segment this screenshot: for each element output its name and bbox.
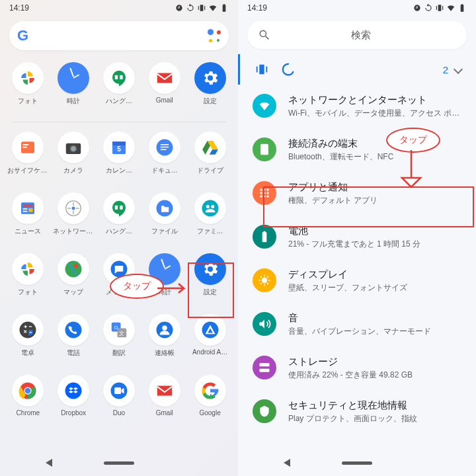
svg-text:5: 5 — [117, 145, 121, 153]
refresh-icon — [424, 3, 433, 13]
svg-rect-46 — [260, 144, 268, 155]
settings2-icon — [194, 253, 226, 285]
app-osaifu[interactable]: おサイフケータイ — [5, 129, 51, 190]
settings-item-network[interactable]: ネットワークとインターネットWi-Fi、モバイル、データ使用量、アクセス ポ… — [238, 85, 476, 128]
battery-icon — [219, 3, 229, 13]
contacts-icon — [149, 314, 180, 346]
vibrate-icon — [197, 3, 206, 13]
app-clock[interactable]: 時計 — [51, 60, 97, 120]
gmail2-icon — [149, 375, 180, 407]
app-messages[interactable]: メッセ… — [97, 251, 142, 311]
chevron-down-icon[interactable] — [454, 65, 463, 74]
svg-point-47 — [260, 188, 262, 190]
apps-icon — [253, 181, 276, 205]
app-clock2[interactable]: 時計 — [141, 251, 187, 311]
app-photos2[interactable]: フォト — [5, 251, 51, 311]
alarm-icon — [413, 3, 422, 13]
assistant-icon[interactable] — [208, 29, 221, 42]
app-calendar[interactable]: 5カレン… — [97, 129, 142, 190]
nettool-icon — [58, 192, 89, 224]
svg-point-27 — [211, 205, 214, 208]
settings-search-bar[interactable]: 検索 — [247, 21, 467, 49]
svg-point-7 — [71, 146, 76, 151]
app-label: Dropbox — [61, 409, 86, 416]
settings-item-subtitle: Play プロテクト、画面ロック、指紋 — [288, 413, 464, 424]
app-label: 翻訳 — [112, 348, 126, 358]
app-label: Gmail — [156, 97, 173, 104]
app-news[interactable]: ニュース — [5, 190, 51, 251]
app-settings[interactable]: 設定 — [187, 60, 233, 120]
svg-rect-1 — [120, 75, 122, 79]
vibrate-icon — [255, 62, 269, 77]
storage-icon — [253, 356, 276, 379]
app-nettool[interactable]: ネットワークツ… — [51, 190, 97, 251]
battery-icon — [253, 225, 276, 249]
app-family[interactable]: ファミ… — [187, 190, 233, 251]
settings-item-display[interactable]: ディスプレイ壁紙、スリーブ、フォントサイズ — [238, 259, 476, 303]
app-contacts[interactable]: 連絡帳 — [141, 311, 187, 372]
androidauto-icon — [194, 314, 226, 346]
battery-icon — [457, 3, 467, 13]
app-androidauto[interactable]: Android A… — [187, 311, 233, 372]
security-icon — [253, 399, 276, 423]
clock-icon — [58, 62, 89, 94]
suggestion-bar[interactable]: 2 — [238, 54, 476, 85]
nav-back-icon[interactable] — [46, 459, 52, 467]
svg-point-54 — [263, 195, 265, 197]
app-files[interactable]: ファイル — [141, 190, 187, 251]
photos-icon — [12, 62, 44, 94]
app-translate[interactable]: G文翻訳 — [97, 311, 142, 372]
app-phone[interactable]: 電話 — [51, 311, 97, 372]
settings-item-battery[interactable]: 電池21% - フル充電まであと 1 時間 15 分 — [238, 216, 476, 259]
app-calculator[interactable]: 電卓 — [5, 311, 51, 372]
app-chrome[interactable]: Chrome — [5, 372, 51, 433]
news-icon — [12, 192, 44, 224]
app-photos[interactable]: フォト — [5, 60, 51, 120]
settings-item-title: セキュリティと現在地情報 — [288, 399, 464, 412]
app-docs[interactable]: ドキュ… — [141, 129, 187, 190]
nav-home-pill[interactable] — [342, 461, 372, 465]
app-dropbox[interactable]: Dropbox — [51, 372, 97, 433]
nav-back-icon[interactable] — [284, 459, 290, 467]
statusbar: 14:19 — [0, 0, 238, 16]
nav-home-pill[interactable] — [104, 461, 134, 465]
app-gmail2[interactable]: Gmail — [141, 372, 187, 433]
app-label: カレン… — [106, 166, 132, 175]
connected-icon — [253, 138, 276, 161]
settings-item-connected[interactable]: 接続済みの端末Bluetooth、運転モード、NFC — [238, 128, 476, 172]
navbar — [238, 450, 476, 476]
app-drive[interactable]: ドライブ — [187, 129, 233, 190]
svg-point-51 — [263, 192, 265, 194]
app-row-suggestions: フォト時計ハング…Gmail設定 — [0, 56, 238, 120]
app-duo[interactable]: Duo — [97, 372, 142, 433]
maps-icon — [58, 253, 89, 285]
calendar-icon: 5 — [103, 132, 135, 163]
app-maps[interactable]: マップ — [51, 251, 97, 311]
app-label: ファイル — [151, 227, 178, 236]
photos2-icon — [12, 253, 44, 285]
settings-item-security[interactable]: セキュリティと現在地情報Play プロテクト、画面ロック、指紋 — [238, 390, 476, 434]
svg-rect-3 — [23, 144, 29, 145]
svg-rect-14 — [161, 149, 167, 151]
app-google[interactable]: Google — [187, 372, 233, 433]
google-search-bar[interactable]: G — [9, 21, 229, 50]
translate-icon: G文 — [103, 314, 135, 346]
app-label: 時計 — [67, 97, 80, 106]
app-hangouts2[interactable]: ハング… — [97, 190, 142, 251]
settings-item-apps[interactable]: アプリと通知権限、デフォルト アプリ — [238, 172, 476, 216]
settings-item-title: 接続済みの端末 — [288, 138, 464, 150]
app-gmail[interactable]: Gmail — [141, 60, 187, 120]
app-hangouts[interactable]: ハング… — [97, 60, 142, 120]
app-label: Google — [199, 409, 220, 416]
svg-rect-58 — [260, 369, 270, 372]
messages-icon — [103, 253, 135, 285]
app-label: 電卓 — [21, 348, 34, 358]
svg-rect-19 — [23, 204, 33, 206]
svg-point-29 — [74, 264, 78, 268]
app-camera[interactable]: カメラ — [51, 129, 97, 190]
settings-item-subtitle: 21% - フル充電まであと 1 時間 15 分 — [288, 239, 464, 250]
app-settings2[interactable]: 設定 — [187, 251, 233, 311]
settings-item-sound[interactable]: 音音量、バイブレーション、マナーモード — [238, 303, 476, 346]
settings-item-subtitle: 使用済み 22% - 空き容量 49.82 GB — [288, 370, 464, 381]
settings-item-storage[interactable]: ストレージ使用済み 22% - 空き容量 49.82 GB — [238, 346, 476, 390]
